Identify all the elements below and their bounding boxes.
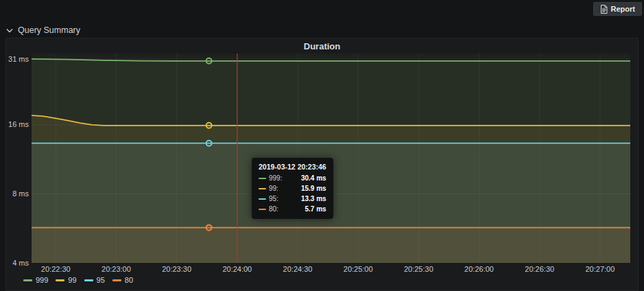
chart-tooltip: 2019-03-12 20:23:46 999:30.4 ms99:15.9 m…	[252, 158, 333, 219]
legend-item-95[interactable]: 95	[84, 276, 105, 284]
duration-panel: Duration 31 ms16 ms8 ms4 ms20:22:3020:23…	[5, 38, 639, 291]
tooltip-series-row: 999:30.4 ms	[259, 174, 326, 182]
report-button[interactable]: Report	[593, 2, 642, 16]
report-document-icon	[600, 5, 608, 14]
x-axis-tick-label: 20:23:00	[102, 265, 131, 273]
chevron-down-icon	[6, 25, 13, 35]
series-fill-80	[32, 228, 630, 263]
y-axis-tick-label: 8 ms	[6, 189, 29, 198]
y-axis-tick-label: 4 ms	[6, 259, 29, 268]
tooltip-series-name: 999:	[269, 174, 285, 182]
panel-title[interactable]: Duration	[6, 41, 638, 51]
legend-series-label: 80	[125, 276, 133, 284]
tooltip-series-value: 15.9 ms	[296, 185, 326, 192]
tooltip-series-dash-icon	[259, 178, 266, 179]
legend-item-99[interactable]: 99	[56, 276, 76, 284]
x-axis-tick-label: 20:26:30	[525, 265, 554, 273]
x-axis-tick-label: 20:26:00	[464, 265, 494, 273]
section-title: Query Summary	[18, 25, 80, 35]
tooltip-series-row: 80:5.7 ms	[259, 205, 326, 213]
y-axis-tick-label: 16 ms	[6, 120, 29, 129]
legend-series-label: 99	[68, 276, 76, 284]
tooltip-series-dash-icon	[259, 198, 266, 200]
x-axis-tick-label: 20:22:30	[41, 265, 71, 273]
tooltip-series-value: 30.4 ms	[296, 174, 326, 182]
legend-series-dash-icon	[84, 279, 93, 281]
x-axis-tick-label: 20:24:00	[222, 265, 252, 273]
tooltip-rows: 999:30.4 ms99:15.9 ms95:13.3 ms80:5.7 ms	[259, 174, 326, 213]
section-header-query-summary[interactable]: Query Summary	[6, 25, 80, 35]
tooltip-series-value: 13.3 ms	[296, 195, 326, 202]
legend-series-label: 95	[97, 276, 105, 284]
tooltip-series-dash-icon	[259, 209, 266, 210]
legend-item-999[interactable]: 999	[23, 276, 48, 284]
legend-item-80[interactable]: 80	[112, 276, 133, 284]
x-axis-tick-label: 20:25:00	[344, 265, 373, 273]
legend-series-label: 999	[36, 276, 48, 284]
y-axis-tick-label: 31 ms	[6, 55, 29, 64]
x-axis-tick-label: 20:23:30	[162, 265, 191, 273]
tooltip-series-name: 99:	[269, 185, 285, 192]
tooltip-series-dash-icon	[259, 188, 266, 189]
tooltip-series-name: 80:	[269, 205, 285, 213]
legend-series-dash-icon	[112, 279, 121, 281]
x-axis-tick-label: 20:27:00	[585, 265, 615, 273]
tooltip-series-row: 99:15.9 ms	[259, 185, 326, 192]
report-button-label: Report	[611, 5, 635, 13]
tooltip-timestamp: 2019-03-12 20:23:46	[259, 163, 326, 171]
tooltip-series-name: 95:	[269, 195, 285, 202]
chart-legend: 999999580	[23, 276, 133, 284]
x-axis-tick-label: 20:25:30	[404, 265, 433, 273]
legend-series-dash-icon	[56, 279, 64, 281]
tooltip-series-row: 95:13.3 ms	[259, 195, 326, 202]
page: { "page": { "bg": "#141517" }, "topbar":…	[0, 0, 644, 291]
tooltip-series-value: 5.7 ms	[296, 205, 326, 213]
x-axis-tick-label: 20:24:30	[283, 265, 313, 273]
legend-series-dash-icon	[23, 279, 32, 281]
